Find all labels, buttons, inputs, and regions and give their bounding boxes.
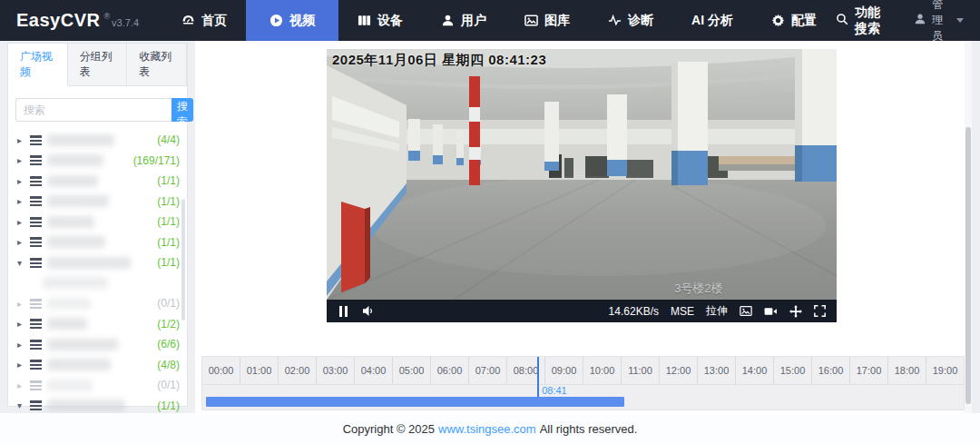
- tree-node[interactable]: ▸(1/1): [8, 192, 187, 212]
- avatar-icon: [914, 13, 926, 28]
- tree-node[interactable]: ▸(1/1): [8, 232, 187, 253]
- sidebar-search: 搜索: [8, 86, 187, 130]
- tab-favorites-list[interactable]: 收藏列表: [127, 44, 187, 86]
- nav-menu: 首页 视频 设备 用户 图库 诊断 AI 分析: [162, 0, 836, 41]
- app-version: v3.7.4: [112, 17, 139, 28]
- easycvr-app: EasyCVR ® v3.7.4 首页 视频 设备 用户 图: [0, 0, 980, 444]
- fullscreen-icon[interactable]: [814, 305, 826, 317]
- video-frame: [327, 49, 837, 300]
- nav-item-home[interactable]: 首页: [162, 0, 246, 41]
- footer: Copyright © 2025 www.tsingsee.com All ri…: [0, 413, 980, 444]
- nav-item-gallery[interactable]: 图库: [505, 0, 589, 41]
- group-icon: [30, 155, 42, 165]
- nav-item-device[interactable]: 设备: [338, 0, 422, 41]
- timeline-ruler[interactable]: 00:00 01:00 02:00 03:00 04:00 05:00 06:0…: [202, 357, 964, 385]
- video-player[interactable]: 2025年11月06日 星期四 08:41:23 3号楼2楼 14.62KB/s…: [327, 49, 837, 322]
- hour-label: 16:00: [812, 357, 850, 384]
- node-count: (1/1): [157, 174, 180, 187]
- hour-label: 06:00: [431, 357, 469, 384]
- hour-label: 04:00: [355, 357, 393, 384]
- tab-group-list[interactable]: 分组列表: [68, 44, 128, 86]
- node-count: (0/1): [157, 297, 180, 310]
- caret-down-icon[interactable]: ▾: [17, 258, 29, 268]
- caret-right-icon[interactable]: ▸: [17, 340, 29, 350]
- tree-node[interactable]: ▸(1/2): [8, 314, 187, 335]
- tree-node[interactable]: ▸(0/1): [8, 293, 187, 314]
- tree-node[interactable]: ▸(4/4): [8, 130, 187, 151]
- node-name-redacted: [47, 359, 111, 370]
- osd-watermark: 3号楼2楼: [674, 281, 722, 297]
- copyright-text: Copyright © 2025: [343, 422, 435, 436]
- timeline-playhead[interactable]: [537, 357, 539, 397]
- search-input[interactable]: [15, 98, 172, 122]
- caret-right-icon[interactable]: ▸: [17, 176, 29, 186]
- page-scrollbar[interactable]: [965, 127, 971, 404]
- volume-button[interactable]: [362, 305, 376, 317]
- nav-item-diagnosis[interactable]: 诊断: [589, 0, 672, 41]
- hour-label: 08:00: [507, 357, 545, 384]
- node-count: (1/1): [157, 195, 180, 208]
- group-icon: [30, 135, 42, 145]
- node-name-redacted: [47, 195, 109, 207]
- group-icon: [30, 400, 42, 410]
- nav-item-video[interactable]: 视频: [246, 0, 338, 41]
- hour-label: 02:00: [279, 357, 317, 384]
- nav-item-user[interactable]: 用户: [422, 0, 505, 41]
- caret-right-icon[interactable]: ▸: [17, 155, 29, 165]
- tab-square-video[interactable]: 广场视频: [8, 44, 68, 86]
- node-name-redacted: [47, 134, 114, 146]
- nav-right: 功能搜索 管理员: [836, 0, 980, 41]
- caret-right-icon[interactable]: ▸: [17, 360, 29, 370]
- hour-label: 09:00: [545, 357, 583, 384]
- sidebar-scrollbar[interactable]: [181, 199, 185, 321]
- tree-node[interactable]: ▸(1/1): [8, 212, 187, 232]
- node-name-redacted: [47, 175, 98, 187]
- tree-node[interactable]: ▸(4/8): [8, 355, 187, 376]
- snapshot-icon[interactable]: [740, 305, 752, 317]
- node-count: (169/171): [133, 154, 180, 167]
- playback-timeline[interactable]: 00:00 01:00 02:00 03:00 04:00 05:00 06:0…: [201, 356, 965, 410]
- hour-label: 05:00: [393, 357, 431, 384]
- function-search[interactable]: 功能搜索: [836, 5, 888, 37]
- node-count: (0/1): [157, 379, 180, 391]
- caret-right-icon[interactable]: ▸: [17, 380, 29, 390]
- caret-right-icon[interactable]: ▸: [17, 319, 29, 329]
- record-icon[interactable]: [764, 306, 778, 317]
- caret-down-icon[interactable]: ▾: [17, 400, 29, 410]
- node-name-redacted: [47, 298, 91, 310]
- node-count: (4/4): [157, 133, 180, 146]
- caret-right-icon[interactable]: ▸: [17, 237, 29, 247]
- tree-node[interactable]: ▸(0/1): [8, 375, 187, 396]
- ptz-move-icon[interactable]: [789, 305, 802, 318]
- hour-label: 18:00: [888, 357, 926, 384]
- tree-node[interactable]: ▸(169/171): [8, 151, 187, 172]
- tsingsee-link[interactable]: www.tsingsee.com: [438, 422, 536, 436]
- tree-node[interactable]: ▸(1/1): [8, 171, 187, 192]
- stretch-toggle[interactable]: 拉伸: [706, 303, 728, 319]
- hour-label: 00:00: [202, 357, 240, 384]
- function-search-label: 功能搜索: [855, 5, 888, 37]
- node-name-redacted: [47, 400, 125, 411]
- tree-node[interactable]: ▸(6/6): [8, 334, 187, 355]
- node-name-redacted: [47, 380, 93, 391]
- user-menu[interactable]: 管理员: [914, 0, 964, 44]
- caret-right-icon[interactable]: ▸: [17, 196, 29, 206]
- caret-right-icon[interactable]: ▸: [17, 217, 29, 227]
- nav-item-config[interactable]: 配置: [752, 0, 836, 41]
- tree-child-node[interactable]: [8, 273, 187, 294]
- rights-text: All rights reserved.: [540, 422, 638, 436]
- nav-item-ai[interactable]: AI 分析: [672, 0, 752, 41]
- decoder-toggle[interactable]: MSE: [671, 305, 694, 318]
- node-name-redacted: [47, 216, 94, 228]
- caret-right-icon[interactable]: ▸: [17, 299, 29, 309]
- search-button[interactable]: 搜索: [172, 98, 193, 122]
- group-icon: [30, 380, 42, 390]
- node-name-redacted: [47, 318, 87, 330]
- caret-right-icon[interactable]: ▸: [17, 135, 29, 145]
- hour-label: 10:00: [583, 357, 622, 384]
- tree-node[interactable]: ▾(1/1): [8, 252, 187, 273]
- pause-button[interactable]: [338, 306, 348, 317]
- hour-label: 15:00: [774, 357, 812, 384]
- group-icon: [30, 258, 42, 268]
- nav-item-label: 配置: [791, 13, 817, 29]
